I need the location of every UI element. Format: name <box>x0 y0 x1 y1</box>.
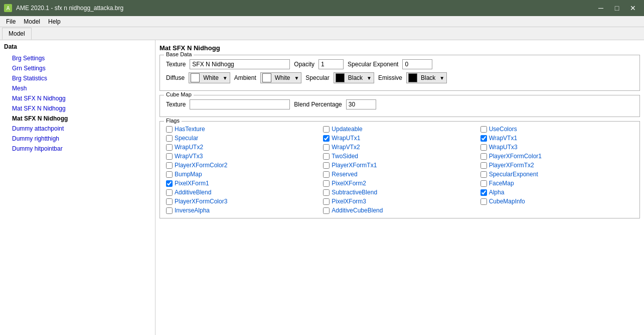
opacity-label: Opacity <box>294 61 314 68</box>
flag-label-subtractiveblend[interactable]: SubtractiveBlend <box>332 189 377 196</box>
flag-checkbox-additivecubeblend[interactable] <box>323 207 330 214</box>
flag-checkbox-wraputx3[interactable] <box>480 144 487 151</box>
panel-title: Mat SFX N Nidhogg <box>159 44 640 52</box>
sidebar-item-mat1[interactable]: Mat SFX N Nidhogg <box>0 93 155 103</box>
sidebar-item-dummy-attachpoint[interactable]: Dummy attachpoint <box>0 124 155 134</box>
flag-label-playerxformcolor1[interactable]: PlayerXFormColor1 <box>489 153 542 160</box>
sidebar-item-mat2[interactable]: Mat SFX N Nidhogg <box>0 103 155 114</box>
opacity-input[interactable] <box>318 59 344 69</box>
sidebar-item-grn-settings[interactable]: Grn Settings <box>0 63 155 73</box>
flag-item: WrapVTx1 <box>480 135 633 142</box>
flag-checkbox-playerxformcolor2[interactable] <box>166 162 173 169</box>
flag-label-pixelxform1[interactable]: PixelXForm1 <box>175 180 209 187</box>
flag-label-playerxformcolor2[interactable]: PlayerXFormColor2 <box>175 162 227 169</box>
specular-label: Specular <box>305 74 329 81</box>
sidebar-item-mesh[interactable]: Mesh <box>0 83 155 93</box>
flag-label-reserved[interactable]: Reserved <box>332 171 357 178</box>
specular-exponent-input[interactable] <box>402 59 432 69</box>
minimize-button[interactable]: ─ <box>594 3 608 14</box>
close-button[interactable]: ✕ <box>626 3 640 14</box>
flag-checkbox-inversealpha[interactable] <box>166 207 173 214</box>
flag-label-additiveblend[interactable]: AdditiveBlend <box>175 189 211 196</box>
menu-bar: File Model Help <box>0 16 644 27</box>
cube-texture-input[interactable] <box>190 99 290 109</box>
flag-checkbox-hastexture[interactable] <box>166 126 173 133</box>
flag-label-hastexture[interactable]: HasTexture <box>175 126 205 133</box>
flag-label-playerxformtx2[interactable]: PlayerXFormTx2 <box>489 162 534 169</box>
flag-checkbox-subtractiveblend[interactable] <box>323 189 330 196</box>
blend-percentage-input[interactable] <box>346 99 376 109</box>
flag-checkbox-playerxformcolor1[interactable] <box>480 153 487 160</box>
flag-label-wraputx1[interactable]: WrapUTx1 <box>332 135 360 142</box>
flag-checkbox-bumpmap[interactable] <box>166 171 173 178</box>
texture-row: Texture Opacity Specular Exponent <box>166 59 633 69</box>
specular-arrow-icon: ▼ <box>365 75 374 81</box>
flag-label-alpha[interactable]: Alpha <box>489 189 505 196</box>
ambient-arrow-icon: ▼ <box>292 75 301 81</box>
flag-checkbox-wraputx1[interactable] <box>323 135 330 142</box>
sidebar-item-brg-statistics[interactable]: Brg Statistics <box>0 73 155 83</box>
flag-label-wraputx3[interactable]: WrapUTx3 <box>489 144 518 151</box>
flag-item: PlayerXFormTx2 <box>480 162 633 169</box>
ambient-color-dropdown[interactable]: White ▼ <box>260 72 302 83</box>
flag-checkbox-twosided[interactable] <box>323 153 330 160</box>
flag-checkbox-wraputx2[interactable] <box>166 144 173 151</box>
flag-label-cubemapinfo[interactable]: CubeMapInfo <box>489 198 525 205</box>
flag-label-updateable[interactable]: Updateable <box>332 126 362 133</box>
flag-label-pixelxform3[interactable]: PixelXForm3 <box>332 198 366 205</box>
texture-label: Texture <box>166 61 186 68</box>
flag-label-inversealpha[interactable]: InverseAlpha <box>175 207 210 214</box>
flag-label-specular[interactable]: Specular <box>175 135 198 142</box>
flag-checkbox-pixelxform3[interactable] <box>323 198 330 205</box>
flag-label-playerxformcolor3[interactable]: PlayerXFormColor3 <box>175 198 227 205</box>
flag-checkbox-alpha[interactable] <box>480 189 487 196</box>
flag-label-playerxformtx1[interactable]: PlayerXFormTx1 <box>332 162 377 169</box>
flag-item: WrapUTx1 <box>323 135 476 142</box>
flag-label-twosided[interactable]: TwoSided <box>332 153 358 160</box>
base-data-label: Base Data <box>164 51 194 57</box>
menu-help[interactable]: Help <box>44 17 65 26</box>
flag-label-wrapvtx2[interactable]: WrapVTx2 <box>332 144 360 151</box>
flag-label-facemap[interactable]: FaceMap <box>489 180 514 187</box>
sidebar-item-dummy-rightthigh[interactable]: Dummy rightthigh <box>0 134 155 144</box>
flag-label-wraputx2[interactable]: WrapUTx2 <box>175 144 203 151</box>
flag-checkbox-additiveblend[interactable] <box>166 189 173 196</box>
sidebar-item-brg-settings[interactable]: Brg Settings <box>0 53 155 63</box>
flag-checkbox-facemap[interactable] <box>480 180 487 187</box>
flag-label-bumpmap[interactable]: BumpMap <box>175 171 202 178</box>
flag-checkbox-usecolors[interactable] <box>480 126 487 133</box>
texture-input[interactable] <box>190 59 290 69</box>
flag-checkbox-cubemapinfo[interactable] <box>480 198 487 205</box>
tab-bar: Model <box>0 27 644 40</box>
diffuse-color-dropdown[interactable]: White ▼ <box>189 72 230 83</box>
flag-label-additivecubeblend[interactable]: AdditiveCubeBlend <box>332 207 383 214</box>
flag-checkbox-reserved[interactable] <box>323 171 330 178</box>
flag-checkbox-updateable[interactable] <box>323 126 330 133</box>
flag-label-pixelxform2[interactable]: PixelXForm2 <box>332 180 366 187</box>
maximize-button[interactable]: □ <box>610 3 624 14</box>
app-icon: A <box>4 4 12 12</box>
flag-checkbox-wrapvtx1[interactable] <box>480 135 487 142</box>
sidebar-item-mat3[interactable]: Mat SFX N Nidhogg <box>0 114 155 124</box>
flag-checkbox-pixelxform1[interactable] <box>166 180 173 187</box>
flag-item: WrapUTx2 <box>166 144 319 151</box>
flag-checkbox-playerxformtx1[interactable] <box>323 162 330 169</box>
menu-file[interactable]: File <box>2 17 20 26</box>
flag-checkbox-specular[interactable] <box>166 135 173 142</box>
flag-checkbox-pixelxform2[interactable] <box>323 180 330 187</box>
menu-model[interactable]: Model <box>20 17 44 26</box>
emissive-color-dropdown[interactable]: Black ▼ <box>406 72 447 83</box>
tab-model[interactable]: Model <box>2 28 32 40</box>
emissive-label: Emissive <box>378 74 402 81</box>
flag-checkbox-specularexponent[interactable] <box>480 171 487 178</box>
flag-label-wrapvtx1[interactable]: WrapVTx1 <box>489 135 517 142</box>
sidebar-item-dummy-hitpointbar[interactable]: Dummy hitpointbar <box>0 144 155 154</box>
flag-label-wrapvtx3[interactable]: WrapVTx3 <box>175 153 203 160</box>
flag-label-usecolors[interactable]: UseColors <box>489 126 517 133</box>
flag-checkbox-wrapvtx2[interactable] <box>323 144 330 151</box>
flag-label-specularexponent[interactable]: SpecularExponent <box>489 171 538 178</box>
specular-color-dropdown[interactable]: Black ▼ <box>334 72 374 83</box>
flag-checkbox-playerxformtx2[interactable] <box>480 162 487 169</box>
flag-checkbox-playerxformcolor3[interactable] <box>166 198 173 205</box>
flag-checkbox-wrapvtx3[interactable] <box>166 153 173 160</box>
